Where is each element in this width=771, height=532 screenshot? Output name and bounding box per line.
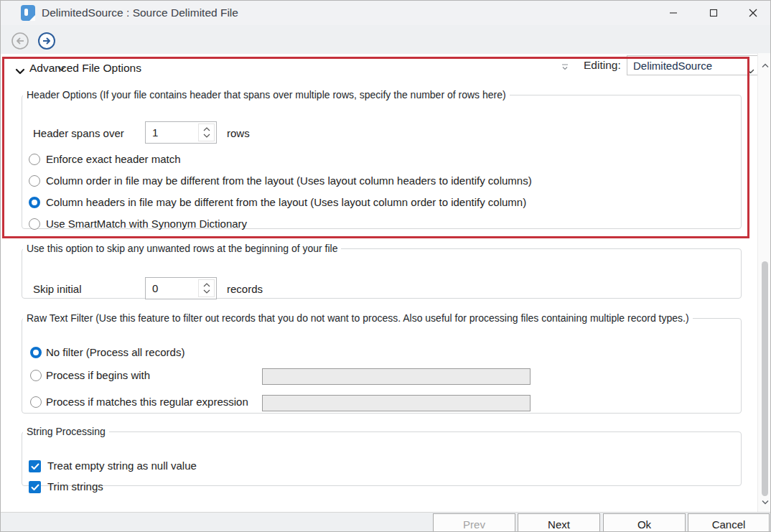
- window-title: DelimitedSource : Source Delimited File: [42, 6, 238, 19]
- header-spans-spinner[interactable]: 1: [145, 121, 217, 144]
- checkbox-label[interactable]: Treat empty string as null value: [47, 459, 197, 472]
- editing-combobox-value: DelimitedSource: [633, 60, 712, 72]
- spinner-down-button[interactable]: [199, 134, 214, 138]
- check-icon: [31, 463, 39, 470]
- checkbox-treat-empty-string-null[interactable]: [29, 460, 41, 472]
- string-processing-legend: String Processing: [23, 426, 109, 437]
- prev-button: Prev: [433, 513, 515, 532]
- editing-combobox[interactable]: DelimitedSource: [627, 55, 760, 75]
- chevron-down-icon: [203, 134, 210, 138]
- header-spans-unit: rows: [227, 127, 250, 139]
- editing-label: Editing:: [584, 59, 621, 72]
- scrollbar-thumb[interactable]: [762, 261, 768, 496]
- header-options-legend: Header Options (If your file contains he…: [23, 89, 510, 101]
- advanced-file-options-header[interactable]: Advanced File Options: [29, 62, 141, 75]
- radio-column-order-different[interactable]: [29, 175, 40, 187]
- next-button[interactable]: Next: [518, 513, 600, 532]
- raw-text-filter-group: Raw Text Filter (Use this feature to fil…: [22, 312, 742, 414]
- begins-with-input[interactable]: [262, 368, 531, 385]
- radio-enforce-exact-header-match[interactable]: [29, 154, 40, 165]
- skip-initial-value: 0: [152, 282, 158, 294]
- skip-initial-unit: records: [227, 283, 263, 295]
- checkbox-trim-strings[interactable]: [29, 481, 41, 493]
- minimize-button[interactable]: [657, 1, 690, 25]
- radio-process-if-begins-with[interactable]: [30, 370, 42, 381]
- close-button[interactable]: [737, 1, 770, 25]
- header-spans-label: Header spans over: [33, 127, 124, 139]
- minimize-icon: [669, 9, 678, 17]
- document-icon: [21, 5, 35, 21]
- radio-column-headers-different[interactable]: [29, 197, 40, 208]
- radio-label[interactable]: Process if matches this regular expressi…: [46, 396, 248, 408]
- toolbar: Editing: DelimitedSource: [1, 25, 771, 54]
- radio-label[interactable]: Process if begins with: [46, 369, 150, 381]
- radio-label[interactable]: No filter (Process all records): [46, 346, 184, 358]
- scroll-up-button[interactable]: [762, 58, 769, 71]
- vertical-scrollbar[interactable]: [757, 53, 771, 512]
- header-options-group: Header Options (If your file contains he…: [22, 89, 742, 229]
- radio-process-if-matches-regex[interactable]: [30, 396, 42, 408]
- radio-label[interactable]: Column order in file may be different fr…: [46, 174, 532, 187]
- titlebar: DelimitedSource : Source Delimited File: [1, 1, 771, 25]
- spinner-up-button[interactable]: [199, 127, 214, 131]
- header-spans-value: 1: [152, 126, 158, 139]
- skip-rows-group: Use this option to skip any unwanted row…: [22, 243, 742, 299]
- radio-label[interactable]: Use SmartMatch with Synonym Dictionary: [46, 218, 247, 230]
- chevron-up-icon: [203, 283, 210, 287]
- skip-initial-spinner[interactable]: 0: [145, 277, 217, 299]
- spinner-down-button[interactable]: [199, 289, 214, 294]
- radio-no-filter[interactable]: [30, 347, 42, 358]
- back-button: [11, 32, 29, 53]
- section-collapse-chevron-icon[interactable]: [15, 65, 25, 78]
- string-processing-group: String Processing Treat empty string as …: [22, 426, 742, 486]
- maximize-button[interactable]: [697, 1, 730, 25]
- chevron-down-icon: [747, 64, 754, 77]
- back-arrow-icon: [11, 32, 29, 50]
- radio-label[interactable]: Enforce exact header match: [46, 153, 181, 165]
- radio-smartmatch-synonym[interactable]: [29, 218, 40, 230]
- cancel-button[interactable]: Cancel: [688, 513, 770, 532]
- skip-initial-label: Skip initial: [33, 283, 82, 295]
- skip-rows-legend: Use this option to skip any unwanted row…: [23, 243, 341, 254]
- raw-text-filter-legend: Raw Text Filter (Use this feature to fil…: [23, 312, 693, 324]
- regex-input[interactable]: [262, 395, 531, 411]
- forward-button[interactable]: [37, 32, 56, 53]
- ok-button[interactable]: Ok: [603, 513, 686, 532]
- dialog-window: DelimitedSource : Source Delimited File: [0, 0, 771, 532]
- forward-arrow-icon: [37, 32, 56, 50]
- close-icon: [749, 9, 757, 17]
- chevron-up-icon: [203, 127, 210, 131]
- maximize-icon: [709, 9, 718, 17]
- radio-label[interactable]: Column headers in file may be different …: [46, 196, 526, 208]
- scroll-down-button[interactable]: [762, 495, 769, 508]
- chevron-down-icon: [762, 500, 769, 505]
- checkbox-label[interactable]: Trim strings: [47, 480, 103, 493]
- spinner-up-button[interactable]: [199, 283, 214, 287]
- overflow-chevron-icon: [561, 63, 569, 71]
- chevron-up-icon: [762, 63, 769, 68]
- chevron-down-icon: [203, 289, 210, 294]
- toolbar-overflow-button[interactable]: [561, 61, 569, 74]
- check-icon: [31, 484, 39, 491]
